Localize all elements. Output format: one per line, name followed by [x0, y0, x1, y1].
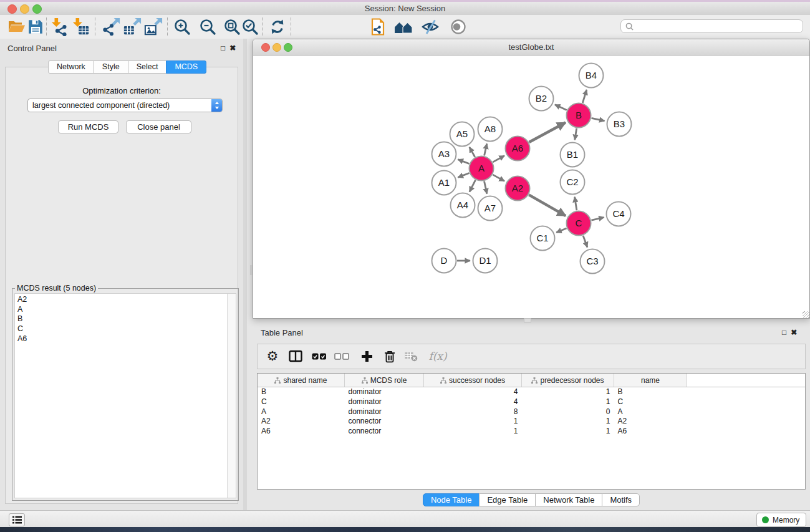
toggle-column-view-icon[interactable] — [287, 347, 304, 365]
edge-A-A3[interactable] — [458, 160, 469, 164]
function-builder-icon[interactable]: f(x) — [427, 347, 448, 365]
run-mcds-button[interactable]: Run MCDS — [58, 120, 118, 133]
panel-menu-button[interactable] — [9, 513, 25, 526]
graph-node-C[interactable]: C — [567, 211, 591, 236]
app-titlebar[interactable]: Session: New Session — [0, 2, 810, 16]
tab-select[interactable]: Select — [128, 60, 167, 74]
zoom-out-icon[interactable] — [198, 17, 217, 36]
close-panel-button[interactable]: Close panel — [126, 120, 191, 133]
network-window-titlebar[interactable]: testGlobe.txt — [253, 39, 809, 56]
import-network-icon[interactable] — [50, 17, 69, 36]
graph-node-A5[interactable]: A5 — [450, 122, 475, 147]
edge-B-B4[interactable] — [582, 90, 587, 103]
dropdown-stepper-icon[interactable] — [211, 99, 222, 112]
table-row-A6[interactable]: A6connector11A6 — [258, 427, 805, 437]
deselect-all-columns-icon[interactable] — [333, 347, 350, 365]
graph-node-A6[interactable]: A6 — [506, 137, 530, 161]
network-scrollbar-thumb[interactable] — [250, 265, 253, 275]
mcds-result-item[interactable]: A6 — [15, 334, 236, 344]
column-header-predecessor-nodes[interactable]: predecessor nodes — [522, 374, 614, 387]
float-panel-icon[interactable]: □ — [221, 44, 229, 52]
close-table-panel-icon[interactable]: ✖ — [791, 328, 801, 337]
graph-node-B1[interactable]: B1 — [561, 143, 585, 167]
graph-node-B2[interactable]: B2 — [529, 87, 554, 111]
delete-column-icon[interactable] — [381, 347, 398, 365]
graph-node-C1[interactable]: C1 — [531, 226, 555, 251]
tab-motifs[interactable]: Motifs — [602, 493, 640, 506]
graph-node-A7[interactable]: A7 — [478, 196, 503, 221]
table-row-B[interactable]: Bdominator41B — [258, 387, 805, 397]
zoom-fit-icon[interactable] — [223, 17, 241, 36]
tab-network-table[interactable]: Network Table — [535, 493, 602, 506]
column-header-mcds-role[interactable]: MCDS role — [345, 374, 424, 387]
close-panel-icon[interactable]: ✖ — [229, 44, 240, 52]
edge-A2-C[interactable] — [529, 195, 566, 216]
mcds-result-item[interactable]: A — [15, 305, 236, 315]
window-resize-grip[interactable] — [803, 311, 809, 318]
zoom-in-icon[interactable] — [173, 17, 191, 36]
graph-node-A[interactable]: A — [470, 157, 494, 181]
graph-node-C3[interactable]: C3 — [581, 249, 605, 274]
table-row-C[interactable]: Cdominator41C — [258, 397, 805, 407]
graph-node-C2[interactable]: C2 — [561, 170, 585, 195]
graph-node-A8[interactable]: A8 — [478, 117, 503, 142]
edge-B-B1[interactable] — [575, 128, 577, 140]
network-view-window[interactable]: testGlobe.txt AA1A2A3A4A5A6A7A8BB1B2B3B4… — [253, 39, 810, 319]
save-session-icon[interactable] — [26, 17, 45, 36]
export-table-icon[interactable] — [123, 17, 142, 36]
edge-A-A1[interactable] — [458, 173, 469, 178]
settings-gear-icon[interactable]: ⚙ — [264, 347, 281, 365]
edge-B-B3[interactable] — [592, 118, 605, 121]
home-network-icon[interactable] — [394, 17, 413, 36]
graph-node-B4[interactable]: B4 — [579, 64, 604, 88]
select-all-columns-icon[interactable] — [311, 347, 328, 365]
edge-C-C2[interactable] — [575, 197, 577, 211]
open-session-icon[interactable] — [7, 17, 26, 36]
search-input[interactable] — [637, 21, 803, 31]
import-table-icon[interactable] — [71, 17, 90, 36]
tab-network[interactable]: Network — [48, 60, 94, 74]
mcds-result-item[interactable]: B — [15, 314, 236, 324]
tab-mcds[interactable]: MCDS — [166, 60, 206, 74]
network-canvas[interactable]: AA1A2A3A4A5A6A7A8BB1B2B3B4CC1C2C3C4DD1 — [253, 56, 809, 318]
edge-B-B2[interactable] — [555, 105, 567, 110]
refresh-icon[interactable] — [268, 17, 287, 36]
memory-button[interactable]: Memory — [756, 513, 806, 527]
graph-node-C4[interactable]: C4 — [607, 202, 631, 226]
column-header-shared-name[interactable]: shared name — [258, 374, 345, 387]
search-field[interactable] — [620, 19, 803, 33]
graph-node-A3[interactable]: A3 — [432, 142, 456, 167]
criterion-dropdown[interactable]: largest connected component (directed) — [27, 99, 223, 112]
result-list-scrollbar[interactable] — [227, 294, 236, 498]
graph-node-A2[interactable]: A2 — [506, 177, 530, 201]
graph-node-B3[interactable]: B3 — [607, 112, 632, 137]
graph-node-A4[interactable]: A4 — [451, 193, 475, 218]
node-table[interactable]: shared nameMCDS rolesuccessor nodesprede… — [257, 373, 806, 490]
edge-C-C3[interactable] — [583, 236, 587, 248]
edge-A-A5[interactable] — [470, 147, 475, 157]
hide-eye-icon[interactable] — [421, 17, 440, 36]
edge-A-A2[interactable] — [493, 175, 504, 181]
edge-C-C4[interactable] — [591, 218, 604, 221]
edge-A6-B[interactable] — [529, 122, 566, 142]
graph-node-B[interactable]: B — [567, 104, 591, 128]
float-table-panel-icon[interactable]: □ — [782, 328, 791, 337]
column-header-successor-nodes[interactable]: successor nodes — [424, 374, 522, 387]
mcds-result-item[interactable]: A2 — [15, 295, 236, 305]
preview-eye-icon[interactable] — [449, 17, 468, 36]
graph-node-D[interactable]: D — [432, 249, 456, 273]
edge-A-A4[interactable] — [470, 180, 476, 192]
tab-edge-table[interactable]: Edge Table — [479, 493, 536, 506]
graph-node-D1[interactable]: D1 — [473, 249, 498, 273]
tab-style[interactable]: Style — [94, 60, 128, 74]
tab-node-table[interactable]: Node Table — [423, 493, 480, 506]
edge-A-A6[interactable] — [493, 156, 504, 162]
table-row-A[interactable]: Adominator80A — [258, 407, 805, 417]
session-file-icon[interactable] — [369, 17, 387, 36]
delete-table-icon[interactable] — [402, 347, 420, 365]
add-column-icon[interactable] — [358, 347, 375, 365]
export-network-icon[interactable] — [102, 17, 120, 36]
edge-A-A7[interactable] — [485, 181, 487, 194]
column-header-name[interactable]: name — [614, 374, 687, 387]
zoom-selected-icon[interactable] — [241, 17, 259, 36]
